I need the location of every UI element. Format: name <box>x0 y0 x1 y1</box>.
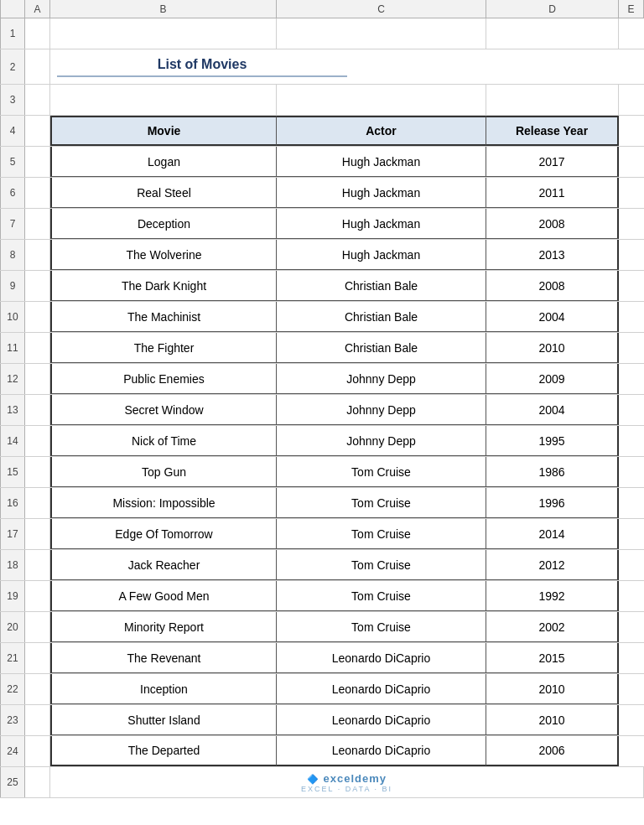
cell-a25[interactable] <box>25 767 50 797</box>
cell-movie-19[interactable]: A Few Good Men <box>50 581 277 611</box>
cell-actor-11[interactable]: Christian Bale <box>277 333 486 363</box>
cell-actor-9[interactable]: Christian Bale <box>277 271 486 301</box>
cell-a24[interactable] <box>25 736 50 766</box>
cell-a7[interactable] <box>25 209 50 239</box>
cell-actor-6[interactable]: Hugh Jackman <box>277 178 486 208</box>
cell-a13[interactable] <box>25 395 50 425</box>
cell-movie-7[interactable]: Deception <box>50 209 277 239</box>
cell-a15[interactable] <box>25 457 50 487</box>
cell-year-13[interactable]: 2004 <box>486 395 619 425</box>
cell-year-24[interactable]: 2006 <box>486 736 619 766</box>
cell-a2[interactable] <box>25 49 50 84</box>
cell-movie-10[interactable]: The Machinist <box>50 302 277 332</box>
cell-a12[interactable] <box>25 364 50 394</box>
cell-a6[interactable] <box>25 178 50 208</box>
cell-actor-12[interactable]: Johnny Depp <box>277 364 486 394</box>
cell-year-15[interactable]: 1986 <box>486 457 619 487</box>
cell-actor-24[interactable]: Leonardo DiCaprio <box>277 736 486 766</box>
cell-year-23[interactable]: 2010 <box>486 705 619 735</box>
cell-year-10[interactable]: 2004 <box>486 302 619 332</box>
cell-year-14[interactable]: 1995 <box>486 426 619 456</box>
cell-movie-5[interactable]: Logan <box>50 147 277 177</box>
cell-actor-23[interactable]: Leonardo DiCaprio <box>277 705 486 735</box>
cell-a21[interactable] <box>25 643 50 673</box>
cell-actor-20[interactable]: Tom Cruise <box>277 612 486 642</box>
cell-actor-21[interactable]: Leonardo DiCaprio <box>277 643 486 673</box>
cell-d1[interactable] <box>486 18 619 49</box>
cell-actor-17[interactable]: Tom Cruise <box>277 519 486 549</box>
col-header-a[interactable]: A <box>25 0 50 18</box>
cell-movie-12[interactable]: Public Enemies <box>50 364 277 394</box>
cell-actor-18[interactable]: Tom Cruise <box>277 550 486 580</box>
cell-a16[interactable] <box>25 488 50 518</box>
cell-year-9[interactable]: 2008 <box>486 271 619 301</box>
cell-movie-14[interactable]: Nick of Time <box>50 426 277 456</box>
cell-actor-22[interactable]: Leonardo DiCaprio <box>277 674 486 704</box>
cell-actor-16[interactable]: Tom Cruise <box>277 488 486 518</box>
header-movie[interactable]: Movie <box>50 116 277 146</box>
col-header-b[interactable]: B <box>50 0 277 18</box>
cell-actor-5[interactable]: Hugh Jackman <box>277 147 486 177</box>
cell-a11[interactable] <box>25 333 50 363</box>
cell-a3[interactable] <box>25 85 50 115</box>
cell-a1[interactable] <box>25 18 50 49</box>
header-release-year[interactable]: Release Year <box>486 116 619 146</box>
cell-a8[interactable] <box>25 240 50 270</box>
header-actor[interactable]: Actor <box>277 116 486 146</box>
cell-year-12[interactable]: 2009 <box>486 364 619 394</box>
cell-movie-20[interactable]: Minority Report <box>50 612 277 642</box>
col-header-d[interactable]: D <box>486 0 619 18</box>
cell-movie-21[interactable]: The Revenant <box>50 643 277 673</box>
cell-a5[interactable] <box>25 147 50 177</box>
cell-year-7[interactable]: 2008 <box>486 209 619 239</box>
cell-a10[interactable] <box>25 302 50 332</box>
cell-a22[interactable] <box>25 674 50 704</box>
cell-year-17[interactable]: 2014 <box>486 519 619 549</box>
cell-a23[interactable] <box>25 705 50 735</box>
cell-movie-22[interactable]: Inception <box>50 674 277 704</box>
cell-actor-15[interactable]: Tom Cruise <box>277 457 486 487</box>
cell-b3[interactable] <box>50 85 277 115</box>
cell-a9[interactable] <box>25 271 50 301</box>
cell-actor-19[interactable]: Tom Cruise <box>277 581 486 611</box>
cell-year-8[interactable]: 2013 <box>486 240 619 270</box>
cell-movie-15[interactable]: Top Gun <box>50 457 277 487</box>
cell-year-20[interactable]: 2002 <box>486 612 619 642</box>
cell-a18[interactable] <box>25 550 50 580</box>
cell-a20[interactable] <box>25 612 50 642</box>
cell-year-22[interactable]: 2010 <box>486 674 619 704</box>
cell-a4[interactable] <box>25 116 50 146</box>
cell-movie-8[interactable]: The Wolverine <box>50 240 277 270</box>
cell-movie-18[interactable]: Jack Reacher <box>50 550 277 580</box>
cell-b1[interactable] <box>50 18 277 49</box>
cell-movie-11[interactable]: The Fighter <box>50 333 277 363</box>
cell-a17[interactable] <box>25 519 50 549</box>
cell-year-5[interactable]: 2017 <box>486 147 619 177</box>
col-header-c[interactable]: C <box>277 0 486 18</box>
cell-a14[interactable] <box>25 426 50 456</box>
cell-year-11[interactable]: 2010 <box>486 333 619 363</box>
cell-year-16[interactable]: 1996 <box>486 488 619 518</box>
cell-a19[interactable] <box>25 581 50 611</box>
cell-movie-23[interactable]: Shutter Island <box>50 705 277 735</box>
cell-movie-9[interactable]: The Dark Knight <box>50 271 277 301</box>
cell-movie-6[interactable]: Real Steel <box>50 178 277 208</box>
cell-year-21[interactable]: 2015 <box>486 643 619 673</box>
cell-actor-7[interactable]: Hugh Jackman <box>277 209 486 239</box>
col-header-e[interactable]: E <box>619 0 644 18</box>
cell-movie-13[interactable]: Secret Window <box>50 395 277 425</box>
cell-movie-24[interactable]: The Departed <box>50 736 277 766</box>
cell-actor-8[interactable]: Hugh Jackman <box>277 240 486 270</box>
cell-actor-10[interactable]: Christian Bale <box>277 302 486 332</box>
cell-actor-14[interactable]: Johnny Depp <box>277 426 486 456</box>
cell-year-19[interactable]: 1992 <box>486 581 619 611</box>
cell-actor-13[interactable]: Johnny Depp <box>277 395 486 425</box>
cell-d3[interactable] <box>486 85 619 115</box>
cell-c1[interactable] <box>277 18 486 49</box>
cell-year-6[interactable]: 2011 <box>486 178 619 208</box>
cell-c3[interactable] <box>277 85 486 115</box>
row-num-13: 13 <box>0 395 25 425</box>
cell-movie-16[interactable]: Mission: Impossible <box>50 488 277 518</box>
cell-year-18[interactable]: 2012 <box>486 550 619 580</box>
cell-movie-17[interactable]: Edge Of Tomorrow <box>50 519 277 549</box>
